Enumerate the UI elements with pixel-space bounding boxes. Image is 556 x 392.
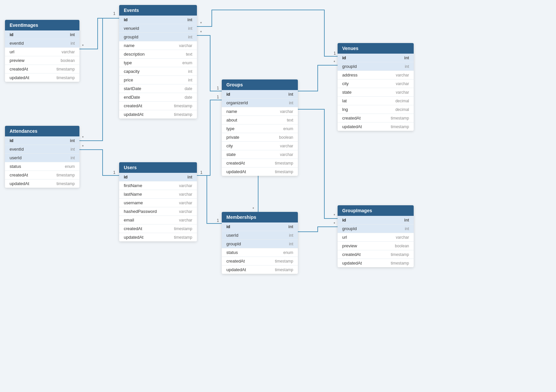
table-row: lastName varchar xyxy=(119,190,197,199)
table-row: id int xyxy=(222,90,298,99)
table-groups: Groups id int organizerId int name varch… xyxy=(222,79,298,176)
table-row: preview boolean xyxy=(338,242,414,250)
table-row: createdAt timestamp xyxy=(119,102,197,110)
svg-text:1: 1 xyxy=(334,51,336,56)
table-row: status enum xyxy=(222,248,298,257)
table-venues-header: Venues xyxy=(338,43,414,54)
table-row: state varchar xyxy=(338,88,414,97)
table-row: updatedAt timestamp xyxy=(222,168,298,176)
table-row: name varchar xyxy=(119,41,197,50)
table-row: updatedAt timestamp xyxy=(338,259,414,267)
table-row: city varchar xyxy=(222,142,298,150)
table-memberships: Memberships id int userId int groupId in… xyxy=(222,212,298,274)
svg-text:1: 1 xyxy=(217,218,219,223)
table-row: name varchar xyxy=(222,107,298,116)
svg-text:*: * xyxy=(200,21,202,26)
table-row: status enum xyxy=(5,162,79,171)
table-row: type enum xyxy=(119,59,197,67)
table-row: groupId int xyxy=(222,240,298,248)
table-users-header: Users xyxy=(119,162,197,173)
table-row: updatedAt timestamp xyxy=(222,266,298,274)
table-row: eventId int xyxy=(5,145,79,154)
table-events-header: Events xyxy=(119,5,197,16)
svg-text:1: 1 xyxy=(217,95,219,99)
table-row: updatedAt timestamp xyxy=(119,110,197,119)
table-row: hashedPassword varchar xyxy=(119,207,197,216)
table-row: id int xyxy=(222,222,298,231)
table-row: organizerId int xyxy=(222,99,298,107)
diagram-canvas: 1 * * 1 * 1 * 1 * * 1 1 1 1 1 * xyxy=(0,0,556,392)
table-eventimages-header: EventImages xyxy=(5,20,79,30)
table-row: createdAt timestamp xyxy=(222,159,298,168)
table-row: state varchar xyxy=(222,150,298,159)
table-memberships-header: Memberships xyxy=(222,212,298,222)
svg-text:*: * xyxy=(82,144,84,149)
svg-text:1: 1 xyxy=(200,170,203,175)
table-row: description text xyxy=(119,50,197,59)
table-row: price int xyxy=(119,76,197,84)
connections-svg: 1 * * 1 * 1 * 1 * * 1 1 1 1 1 * xyxy=(0,0,556,392)
table-row: city varchar xyxy=(338,79,414,88)
svg-text:*: * xyxy=(334,213,335,218)
table-row: groupId int xyxy=(338,62,414,71)
svg-text:*: * xyxy=(253,207,254,211)
table-row: email varchar xyxy=(119,216,197,224)
table-venues: Venues id int groupId int address varcha… xyxy=(338,43,414,131)
table-row: createdAt timestamp xyxy=(338,114,414,122)
table-row: type enum xyxy=(222,124,298,133)
table-row: lng decimal xyxy=(338,105,414,114)
table-row: venueId int xyxy=(119,24,197,33)
table-events: Events id int venueId int groupId int na… xyxy=(119,5,197,119)
table-row: id int xyxy=(5,30,79,39)
svg-text:*: * xyxy=(82,135,84,140)
table-row: groupId int xyxy=(338,224,414,233)
table-row: lat decimal xyxy=(338,97,414,105)
table-row: id int xyxy=(119,16,197,24)
table-row: createdAt timestamp xyxy=(222,257,298,266)
table-row: groupId int xyxy=(119,33,197,41)
svg-text:*: * xyxy=(334,221,335,226)
table-row: address varchar xyxy=(338,71,414,79)
svg-text:*: * xyxy=(82,44,84,48)
svg-text:1: 1 xyxy=(217,86,219,90)
svg-text:*: * xyxy=(200,30,202,35)
table-users: Users id int firstName varchar lastName … xyxy=(119,162,197,241)
table-row: createdAt timestamp xyxy=(5,65,79,74)
table-row: about text xyxy=(222,116,298,124)
table-row: endDate date xyxy=(119,93,197,102)
table-row: url varchar xyxy=(5,48,79,56)
table-eventimages: EventImages id int eventId int url varch… xyxy=(5,20,79,82)
table-groupimages-header: GroupImages xyxy=(338,205,414,216)
table-row: updatedAt timestamp xyxy=(5,179,79,188)
table-row: updatedAt timestamp xyxy=(338,122,414,131)
svg-text:1: 1 xyxy=(113,11,116,16)
table-row: id int xyxy=(5,136,79,145)
table-row: createdAt timestamp xyxy=(119,224,197,233)
table-row: updatedAt timestamp xyxy=(119,233,197,241)
table-row: firstName varchar xyxy=(119,181,197,190)
table-row: preview boolean xyxy=(5,56,79,65)
svg-text:1: 1 xyxy=(113,170,116,175)
table-row: updatedAt timestamp xyxy=(5,74,79,82)
table-row: id int xyxy=(338,54,414,62)
table-row: startDate date xyxy=(119,84,197,93)
table-groups-header: Groups xyxy=(222,79,298,90)
table-row: eventId int xyxy=(5,39,79,48)
svg-text:*: * xyxy=(334,60,335,65)
table-row: capacity int xyxy=(119,67,197,76)
table-row: id int xyxy=(338,216,414,224)
table-row: url varchar xyxy=(338,233,414,242)
table-row: createdAt timestamp xyxy=(5,171,79,179)
table-row: createdAt timestamp xyxy=(338,250,414,259)
table-row: userId int xyxy=(5,154,79,162)
table-row: id int xyxy=(119,173,197,181)
table-attendances: Attendances id int eventId int userId in… xyxy=(5,126,79,188)
table-row: private boolean xyxy=(222,133,298,142)
table-attendances-header: Attendances xyxy=(5,126,79,136)
table-row: username varchar xyxy=(119,199,197,207)
table-groupimages: GroupImages id int groupId int url varch… xyxy=(338,205,414,267)
table-row: userId int xyxy=(222,231,298,240)
